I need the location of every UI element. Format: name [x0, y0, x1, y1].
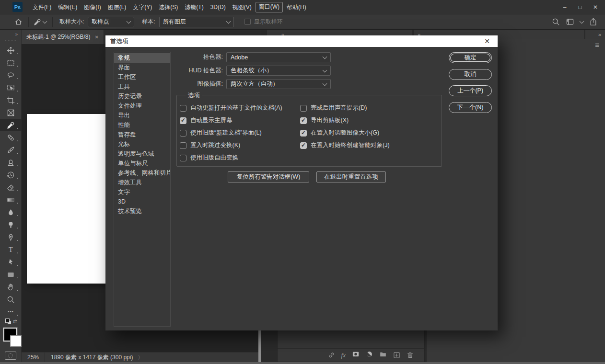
spot-healing-brush-tool[interactable] — [0, 131, 22, 144]
menu-filter[interactable]: 滤镜(T) — [182, 2, 206, 12]
background-color-swatch[interactable] — [10, 335, 22, 347]
category-file-handling[interactable]: 文件处理 — [114, 101, 170, 111]
category-export[interactable]: 导出 — [114, 111, 170, 120]
category-workspace[interactable]: 工作区 — [114, 72, 170, 82]
default-colors-control[interactable]: ⇄ — [0, 318, 22, 327]
category-transparency-gamut[interactable]: 透明度与色域 — [114, 149, 170, 159]
color-picker-select[interactable]: Adobe — [226, 52, 331, 62]
reset-preferences-on-quit-button[interactable]: 在退出时重置首选项 — [316, 171, 386, 182]
skip-transform-on-place-option[interactable]: 置入时跳过变换(K) — [180, 141, 240, 149]
auto-show-home-screen-option[interactable]: 自动显示主屏幕 — [180, 116, 233, 125]
minimize-icon[interactable]: – — [557, 1, 572, 13]
category-type[interactable]: 文字 — [114, 187, 170, 197]
add-layer-mask-icon[interactable] — [352, 351, 360, 360]
adjustment-layer-icon[interactable] — [366, 351, 373, 360]
show-sampling-ring-checkbox[interactable] — [244, 19, 251, 25]
category-3d[interactable]: 3D — [114, 197, 170, 206]
menu-select[interactable]: 选择(S) — [156, 2, 181, 12]
checkbox[interactable] — [180, 105, 186, 112]
category-interface[interactable]: 界面 — [114, 63, 170, 72]
next-button[interactable]: 下一个(N) — [449, 102, 492, 113]
sample-size-select[interactable]: 取样点 — [88, 17, 134, 27]
zoom-level[interactable]: 25% — [27, 354, 39, 361]
search-icon[interactable] — [552, 18, 560, 26]
auto-update-docs-option[interactable]: 自动更新打开的基于文件的文档(A) — [180, 104, 282, 112]
close-window-icon[interactable]: ✕ — [588, 1, 603, 13]
dock-divider-grip[interactable] — [258, 330, 261, 362]
beep-when-done-option[interactable]: 完成后用声音提示(D) — [300, 104, 367, 112]
cancel-button[interactable]: 取消 — [449, 69, 492, 80]
collapse-tools-icon[interactable]: » — [0, 30, 21, 38]
new-layer-icon[interactable] — [393, 352, 400, 359]
dodge-tool[interactable] — [0, 218, 22, 231]
category-plugins[interactable]: 增效工具 — [114, 178, 170, 187]
always-create-smart-objects-option[interactable]: 在置入时始终创建智能对象(J) — [300, 141, 390, 149]
menu-file[interactable]: 文件(F) — [30, 2, 54, 12]
swap-colors-icon[interactable]: ⇄ — [13, 318, 17, 324]
menu-layer[interactable]: 图层(L) — [105, 2, 129, 12]
category-tools[interactable]: 工具 — [114, 82, 170, 91]
menu-3d[interactable]: 3D(D) — [208, 2, 229, 12]
close-tab-icon[interactable]: ✕ — [95, 34, 99, 40]
menu-view[interactable]: 视图(V) — [230, 2, 255, 12]
brush-tool[interactable] — [0, 144, 22, 156]
category-cursors[interactable]: 光标 — [114, 139, 170, 149]
close-dialog-icon[interactable]: ✕ — [484, 37, 493, 45]
checkbox[interactable] — [300, 117, 307, 124]
gradient-tool[interactable] — [0, 193, 22, 206]
expand-panels-icon[interactable]: » — [598, 32, 601, 37]
new-group-folder-icon[interactable] — [379, 351, 387, 360]
rectangle-tool[interactable] — [0, 268, 22, 281]
layer-effects-icon[interactable]: fx — [341, 352, 346, 358]
lasso-tool[interactable] — [0, 69, 22, 81]
quick-mask-button[interactable] — [5, 352, 16, 360]
icon-strip-header[interactable]: » — [585, 30, 605, 39]
rectangular-marquee-tool[interactable] — [0, 57, 22, 69]
category-units-rulers[interactable]: 单位与标尺 — [114, 159, 170, 168]
menu-image[interactable]: 图像(I) — [81, 2, 104, 12]
maximize-icon[interactable]: □ — [572, 1, 588, 13]
eraser-tool[interactable] — [0, 181, 22, 193]
move-tool[interactable] — [0, 44, 22, 57]
hand-tool[interactable] — [0, 281, 22, 293]
object-selection-tool[interactable] — [0, 81, 22, 94]
delete-layer-icon[interactable] — [407, 352, 414, 359]
pen-tool[interactable] — [0, 231, 22, 243]
zoom-tool[interactable] — [0, 293, 22, 306]
category-guides-grid-slices[interactable]: 参考线、网格和切片 — [114, 168, 170, 178]
category-scratch-disks[interactable]: 暂存盘 — [114, 130, 170, 139]
checkbox[interactable] — [300, 105, 307, 112]
checkbox[interactable] — [180, 117, 186, 124]
crop-tool[interactable] — [0, 94, 22, 106]
document-tab[interactable]: 未标题-1 @ 25%(RGB/8) ✕ — [22, 30, 104, 44]
checkbox[interactable] — [180, 155, 186, 161]
eyedropper-preset-icon[interactable] — [34, 18, 47, 26]
link-layers-icon[interactable] — [328, 352, 335, 359]
resize-image-on-place-option[interactable]: 在置入时调整图像大小(G) — [300, 129, 379, 137]
menu-window[interactable]: 窗口(W) — [256, 2, 283, 12]
edit-toolbar-ellipsis-icon[interactable]: ••• — [0, 306, 22, 318]
path-selection-tool[interactable] — [0, 256, 22, 268]
dialog-title-bar[interactable]: 首选项 ✕ — [105, 35, 498, 47]
panel-menu-icon[interactable]: ≡ — [595, 41, 599, 48]
history-brush-tool[interactable] — [0, 169, 22, 181]
checkbox[interactable] — [300, 130, 307, 136]
category-technology-previews[interactable]: 技术预览 — [114, 206, 170, 216]
blur-tool[interactable] — [0, 206, 22, 218]
toolbar-grip[interactable] — [5, 40, 16, 41]
legacy-free-transform-option[interactable]: 使用旧版自由变换 — [180, 154, 238, 162]
status-chevron-icon[interactable]: 〉 — [138, 354, 143, 361]
checkbox[interactable] — [180, 142, 186, 149]
menu-edit[interactable]: 编辑(E) — [55, 2, 80, 12]
category-performance[interactable]: 性能 — [114, 120, 170, 130]
previous-button[interactable]: 上一个(P) — [449, 85, 492, 96]
home-icon[interactable] — [14, 18, 23, 26]
clone-stamp-tool[interactable] — [0, 156, 22, 169]
hud-color-picker-select[interactable]: 色相条纹（小） — [226, 66, 331, 76]
export-clipboard-option[interactable]: 导出剪贴板(X) — [300, 116, 349, 125]
type-tool[interactable]: T — [0, 243, 22, 256]
ok-button[interactable]: 确定 — [449, 52, 492, 63]
legacy-new-document-option[interactable]: 使用旧版“新建文档”界面(L) — [180, 129, 262, 137]
frame-tool[interactable] — [0, 106, 22, 119]
share-icon[interactable] — [589, 18, 597, 26]
